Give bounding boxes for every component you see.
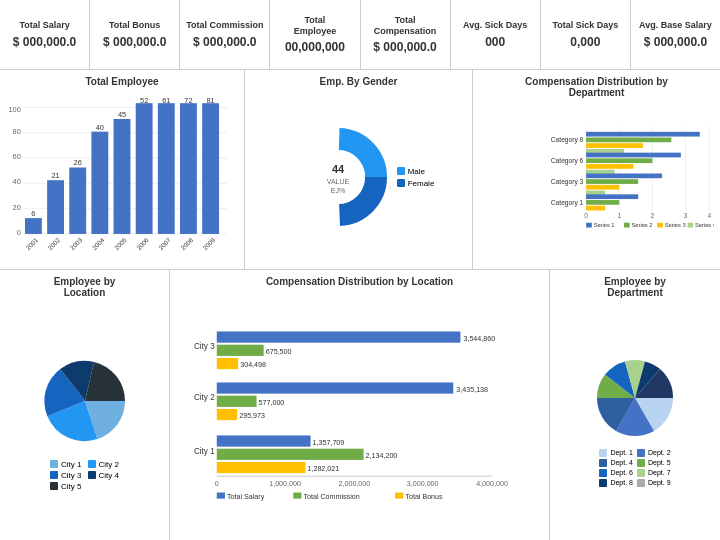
female-dot — [397, 179, 405, 187]
dept3-label: Dept. 4 — [610, 459, 633, 466]
kpi-avg-base: Avg. Base Salary $ 000,000.0 — [631, 0, 720, 69]
female-label: Female — [408, 179, 435, 188]
legend-dept2: Dept. 2 — [637, 449, 671, 457]
panel-total-employee: Total Employee 0 20 40 60 80 100 — [0, 70, 245, 269]
kpi-avg-sick-label: Avg. Sick Days — [463, 20, 527, 31]
svg-text:295,973: 295,973 — [239, 412, 265, 420]
svg-rect-111 — [217, 493, 225, 499]
svg-rect-18 — [69, 168, 86, 234]
dept7-label: Dept. 8 — [610, 479, 633, 486]
svg-rect-93 — [217, 382, 454, 393]
city4-dot — [88, 471, 96, 479]
legend-dept3: Dept. 4 — [599, 459, 633, 467]
svg-text:Total Commission: Total Commission — [303, 493, 359, 501]
legend-city5: City 5 — [50, 482, 81, 491]
kpi-total-commission-label: Total Commission — [186, 20, 263, 31]
svg-text:80: 80 — [13, 127, 21, 136]
city1-label: City 1 — [61, 460, 81, 469]
kpi-total-compensation-label: TotalCompensation — [374, 15, 437, 37]
city2-dot — [88, 460, 96, 468]
svg-rect-65 — [586, 179, 638, 184]
dept8-label: Dept. 9 — [648, 479, 671, 486]
svg-text:304,498: 304,498 — [240, 361, 266, 369]
bar-chart-svg: 0 20 40 60 80 100 6 — [6, 91, 238, 263]
svg-text:Category 1: Category 1 — [551, 199, 584, 207]
panel-gender: Emp. By Gender 44 VALUE EJ% ♂ ♀ — [245, 70, 473, 269]
svg-text:Total Salary: Total Salary — [227, 493, 265, 501]
kpi-total-compensation-value: $ 000,000.0 — [373, 40, 436, 54]
svg-text:♀: ♀ — [368, 186, 382, 206]
main-content: Total Employee 0 20 40 60 80 100 — [0, 70, 720, 540]
kpi-total-bonus-label: Total Bonus — [109, 20, 160, 31]
svg-rect-61 — [586, 158, 652, 163]
svg-text:0: 0 — [584, 212, 588, 219]
svg-text:Series 1: Series 1 — [594, 223, 615, 229]
svg-rect-58 — [586, 143, 643, 148]
comp-loc-svg: City 3 City 2 City 1 3,544,860 675,500 3… — [176, 291, 543, 534]
svg-rect-21 — [91, 132, 108, 234]
svg-text:4: 4 — [707, 212, 711, 219]
panel-comp-dept: Compensation Distribution byDepartment C… — [473, 70, 720, 269]
kpi-total-employee-label: TotalEmployee — [294, 15, 337, 37]
svg-rect-101 — [217, 449, 364, 460]
city3-label: City 3 — [61, 471, 81, 480]
kpi-avg-sick-value: 000 — [485, 35, 505, 49]
legend-dept8: Dept. 9 — [637, 479, 671, 487]
emp-dept-legend: Dept. 1 Dept. 2 Dept. 4 Dept. 5 — [599, 449, 670, 487]
kpi-total-sick: Total Sick Days 0,000 — [541, 0, 631, 69]
svg-rect-70 — [586, 206, 605, 211]
svg-text:4,000,000: 4,000,000 — [476, 480, 508, 488]
gender-title: Emp. By Gender — [251, 76, 466, 87]
comp-dept-title: Compensation Distribution byDepartment — [479, 76, 714, 98]
svg-text:3,544,860: 3,544,860 — [463, 335, 495, 343]
svg-text:40: 40 — [96, 123, 104, 132]
svg-text:2002: 2002 — [46, 236, 61, 251]
city3-dot — [50, 471, 58, 479]
kpi-total-employee-value: 00,000,000 — [285, 40, 345, 54]
svg-text:1,000,000: 1,000,000 — [269, 480, 301, 488]
legend-city3: City 3 — [50, 471, 81, 480]
svg-text:2001: 2001 — [24, 236, 39, 251]
svg-text:EJ%: EJ% — [330, 187, 344, 194]
dept4-dot — [637, 459, 645, 467]
kpi-avg-sick: Avg. Sick Days 000 — [451, 0, 541, 69]
dept6-label: Dept. 7 — [648, 469, 671, 476]
bottom-chart-row: Employee byLocation — [0, 270, 720, 540]
kpi-total-commission: Total Commission $ 000,000.0 — [180, 0, 270, 69]
svg-rect-99 — [217, 435, 311, 446]
dept1-dot — [599, 449, 607, 457]
gender-donut: 44 VALUE EJ% ♂ ♀ Male Female — [251, 91, 466, 263]
dept2-dot — [637, 449, 645, 457]
svg-text:6: 6 — [31, 209, 35, 218]
svg-text:26: 26 — [74, 158, 82, 167]
svg-rect-82 — [687, 223, 693, 228]
svg-rect-113 — [293, 493, 301, 499]
city4-label: City 4 — [99, 471, 119, 480]
svg-text:2,134,200: 2,134,200 — [366, 452, 398, 460]
emp-loc-pie: City 1 City 2 City 3 City 4 — [6, 302, 163, 534]
city5-label: City 5 — [61, 482, 81, 491]
svg-rect-89 — [217, 345, 264, 356]
svg-rect-69 — [586, 200, 619, 205]
emp-loc-title: Employee byLocation — [6, 276, 163, 298]
legend-dept6: Dept. 7 — [637, 469, 671, 477]
svg-text:81: 81 — [206, 96, 214, 105]
svg-text:3: 3 — [684, 212, 688, 219]
kpi-total-salary-value: $ 000,000.0 — [13, 35, 76, 49]
emp-loc-legend: City 1 City 2 City 3 City 4 — [50, 460, 119, 491]
svg-rect-87 — [217, 331, 461, 342]
kpi-total-bonus: Total Bonus $ 000,000.0 — [90, 0, 180, 69]
svg-text:Series 4: Series 4 — [695, 223, 714, 229]
svg-text:20: 20 — [13, 203, 21, 212]
svg-text:2006: 2006 — [135, 236, 150, 251]
svg-text:Series 3: Series 3 — [665, 223, 686, 229]
svg-text:40: 40 — [13, 177, 21, 186]
svg-text:3,435,138: 3,435,138 — [456, 386, 488, 394]
svg-rect-103 — [217, 462, 306, 473]
svg-rect-57 — [586, 138, 671, 143]
panel-emp-location: Employee byLocation — [0, 270, 170, 540]
dept2-label: Dept. 2 — [648, 449, 671, 456]
svg-text:City 3: City 3 — [194, 342, 215, 351]
city2-label: City 2 — [99, 460, 119, 469]
dept5-label: Dept. 6 — [610, 469, 633, 476]
